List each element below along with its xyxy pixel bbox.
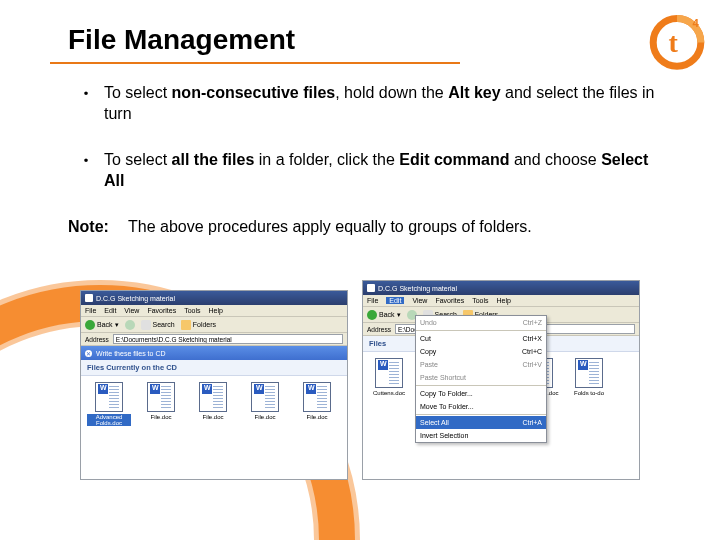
file-item[interactable]: WFile.doc <box>243 382 287 473</box>
menu-copy-to-folder[interactable]: Copy To Folder... <box>416 387 546 400</box>
address-field[interactable]: E:\Documents\D.C.G Sketching material <box>113 334 343 344</box>
body-content: • To select non-consecutive files, hold … <box>68 82 660 238</box>
note-text: The above procedures apply equally to gr… <box>128 216 532 238</box>
search-icon <box>141 320 151 330</box>
svg-text:4: 4 <box>692 17 699 29</box>
menu-help[interactable]: Help <box>209 307 223 314</box>
menu-bar: File Edit View Favorites Tools Help <box>81 305 347 317</box>
menu-tools[interactable]: Tools <box>184 307 200 314</box>
app-icon <box>85 294 93 302</box>
task-bar: ✕ Write these files to CD <box>81 346 347 360</box>
menu-edit[interactable]: Edit <box>104 307 116 314</box>
menu-help[interactable]: Help <box>497 297 511 304</box>
app-icon <box>367 284 375 292</box>
file-item[interactable]: WFolds to-do <box>567 358 611 473</box>
edit-dropdown-menu: UndoCtrl+Z CutCtrl+X CopyCtrl+C PasteCtr… <box>415 315 547 443</box>
menu-tools[interactable]: Tools <box>472 297 488 304</box>
menu-cut[interactable]: CutCtrl+X <box>416 332 546 345</box>
cd-icon: ✕ <box>85 350 92 357</box>
task-text[interactable]: Write these files to CD <box>96 350 166 357</box>
note-label: Note: <box>68 216 128 238</box>
menu-file[interactable]: File <box>85 307 96 314</box>
window-title: D.C.G Sketching material <box>96 295 175 302</box>
files-heading: Files Currently on the CD <box>81 360 347 376</box>
chevron-down-icon: ▾ <box>115 321 119 329</box>
chevron-down-icon: ▾ <box>397 311 401 319</box>
bullet-marker: • <box>68 82 104 125</box>
file-item[interactable]: WFile.doc <box>295 382 339 473</box>
bullet-text: To select non-consecutive files, hold do… <box>104 82 660 125</box>
address-bar: Address E:\Documents\D.C.G Sketching mat… <box>81 333 347 346</box>
bullet-marker: • <box>68 149 104 192</box>
title-rule <box>50 62 460 64</box>
menu-view[interactable]: View <box>412 297 427 304</box>
bullet-item: • To select all the files in a folder, c… <box>68 149 660 192</box>
folder-icon <box>181 320 191 330</box>
brand-logo: t 4 <box>642 6 712 76</box>
forward-icon <box>125 320 135 330</box>
menu-file[interactable]: File <box>367 297 378 304</box>
file-item[interactable]: WAdvanced Folds.doc <box>87 382 131 473</box>
menu-select-all[interactable]: Select AllCtrl+A <box>416 416 546 429</box>
window-titlebar: D.C.G Sketching material <box>363 281 639 295</box>
menu-edit[interactable]: Edit <box>386 297 404 304</box>
file-item[interactable]: WCuttens.doc <box>367 358 411 473</box>
window-titlebar: D.C.G Sketching material <box>81 291 347 305</box>
menu-favorites[interactable]: Favorites <box>147 307 176 314</box>
search-button[interactable]: Search <box>141 320 175 330</box>
screenshot-explorer-1: D.C.G Sketching material File Edit View … <box>80 290 348 480</box>
file-item[interactable]: WFile.doc <box>191 382 235 473</box>
back-icon <box>367 310 377 320</box>
svg-text:t: t <box>669 27 679 58</box>
menu-bar: File Edit View Favorites Tools Help <box>363 295 639 307</box>
back-icon <box>85 320 95 330</box>
menu-paste: PasteCtrl+V <box>416 358 546 371</box>
bullet-item: • To select non-consecutive files, hold … <box>68 82 660 125</box>
menu-move-to-folder[interactable]: Move To Folder... <box>416 400 546 413</box>
menu-invert-selection[interactable]: Invert Selection <box>416 429 546 442</box>
menu-view[interactable]: View <box>124 307 139 314</box>
files-area: WAdvanced Folds.doc WFile.doc WFile.doc … <box>81 376 347 479</box>
window-title: D.C.G Sketching material <box>378 285 457 292</box>
menu-favorites[interactable]: Favorites <box>435 297 464 304</box>
menu-paste-shortcut: Paste Shortcut <box>416 371 546 384</box>
note-row: Note: The above procedures apply equally… <box>68 216 660 238</box>
back-button[interactable]: Back ▾ <box>85 320 119 330</box>
folders-button[interactable]: Folders <box>181 320 216 330</box>
toolbar: Back ▾ Search Folders <box>81 317 347 333</box>
menu-copy[interactable]: CopyCtrl+C <box>416 345 546 358</box>
menu-undo: UndoCtrl+Z <box>416 316 546 329</box>
bullet-text: To select all the files in a folder, cli… <box>104 149 660 192</box>
back-button[interactable]: Back ▾ <box>367 310 401 320</box>
page-title: File Management <box>0 0 720 62</box>
address-label: Address <box>367 326 391 333</box>
file-item[interactable]: WFile.doc <box>139 382 183 473</box>
screenshot-explorer-2: D.C.G Sketching material File Edit View … <box>362 280 640 480</box>
forward-button[interactable] <box>125 320 135 330</box>
address-label: Address <box>85 336 109 343</box>
